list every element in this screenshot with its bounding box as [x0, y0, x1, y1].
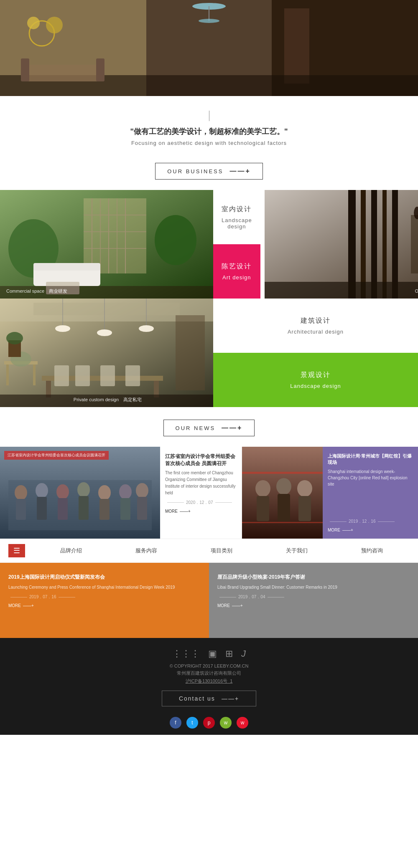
- navbar: ☰ 品牌介绍 服务内容 项目类别 关于我们 预约咨询: [0, 539, 418, 563]
- news-card-2-text: 上海国际设计周·常州城市【网红馆】引爆现场 Shanghai internati…: [323, 447, 418, 539]
- svg-rect-79: [99, 499, 110, 520]
- nav-item-service[interactable]: 服务内容: [132, 546, 161, 555]
- svg-rect-14: [96, 58, 104, 81]
- commercial-space-image[interactable]: Commercial space 商业研发: [0, 190, 213, 299]
- business-right-col-2: 建筑设计 Architectural design 景观设计 Landscape…: [213, 299, 418, 407]
- private-custom-image[interactable]: Private custom design 高定私宅: [0, 299, 213, 407]
- svg-point-51: [139, 325, 154, 332]
- footer-brand-icons: ⋮⋮⋮ ▣ ⊞ J: [8, 648, 410, 659]
- svg-rect-71: [16, 499, 26, 520]
- svg-rect-93: [242, 522, 323, 523]
- svg-rect-75: [58, 498, 68, 520]
- weibo-icon[interactable]: w: [237, 717, 248, 729]
- news-4-more-button[interactable]: MORE ——+: [217, 603, 410, 608]
- commercial-space-label: Commercial space 商业研发: [4, 287, 67, 294]
- architectural-design-box: 建筑设计 Architectural design: [213, 299, 418, 353]
- news-2-cn-title: 上海国际设计周·常州城市【网红馆】引爆现场: [328, 453, 413, 466]
- nav-items-container: 品牌介绍 服务内容 项目类别 关于我们 预约咨询: [33, 546, 410, 555]
- quote-chinese: "做有工艺的美学设计，制超标准的美学工艺。": [8, 127, 410, 137]
- footer-icon-3: ⊞: [225, 648, 233, 659]
- news-3-cn-title: 2019上海国际设计周启动仪式暨新闻发布会: [8, 573, 201, 581]
- business-row-2: Private custom design 高定私宅 建筑设计 Architec…: [0, 299, 418, 407]
- svg-rect-54: [33, 364, 36, 385]
- footer-icp[interactable]: 沪ICP备13010016号_1: [8, 678, 410, 684]
- business-arrow-icon: ——+: [229, 167, 250, 175]
- business-row-1: Commercial space 商业研发 室内设计 Landscape des…: [0, 190, 418, 299]
- landscape-cn-title: 室内设计: [222, 205, 252, 214]
- svg-point-47: [55, 325, 70, 332]
- office-business-label: Office business 文化办公: [413, 287, 418, 294]
- news-2-en-text: Shanghai international design week-Chang…: [328, 468, 413, 487]
- news-more-4-arrow-icon: ——+: [232, 603, 243, 608]
- quote-section: "做有工艺的美学设计，制超标准的美学工艺。" Focusing on aesth…: [0, 96, 418, 154]
- svg-rect-59: [54, 365, 69, 386]
- arch-cn-title: 建筑设计: [301, 316, 331, 325]
- landscape2-en-title: Landscape design: [290, 383, 341, 389]
- quote-english: Focusing on aesthetic design with techno…: [8, 140, 410, 146]
- our-business-label: OUR BUSINESS: [167, 168, 223, 175]
- news-card-2-image: [242, 447, 323, 539]
- news-card-3: 2019上海国际设计周启动仪式暨新闻发布会 Launching Ceremony…: [0, 563, 209, 638]
- news-card-4: 厘百品牌升级小型晚宴·2019年客户答谢 Libai Brand Upgradi…: [209, 563, 418, 638]
- nav-item-brand[interactable]: 品牌介绍: [57, 546, 85, 555]
- footer-company: 常州厘百建筑设计咨询有限公司: [8, 670, 410, 676]
- news-section-header: OUR NEWS ——+: [0, 411, 418, 447]
- contact-us-button[interactable]: Contact us ——+: [162, 691, 256, 706]
- svg-point-49: [97, 329, 112, 336]
- svg-point-4: [27, 17, 40, 29]
- footer-icon-2: ▣: [208, 648, 217, 659]
- svg-point-65: [6, 332, 23, 344]
- news-3-more-button[interactable]: MORE ——+: [8, 603, 201, 608]
- svg-point-74: [56, 484, 69, 499]
- svg-rect-87: [257, 496, 269, 521]
- nav-logo[interactable]: ☰: [8, 544, 25, 557]
- nav-item-contact[interactable]: 预约咨询: [358, 546, 386, 555]
- facebook-icon[interactable]: f: [170, 717, 181, 729]
- svg-rect-92: [242, 472, 323, 474]
- news-more-2-arrow-icon: ——+: [342, 528, 353, 532]
- svg-point-8: [199, 19, 219, 23]
- wechat-icon[interactable]: w: [220, 717, 232, 729]
- news-section: OUR NEWS ——+: [0, 407, 418, 447]
- news-badge-1: 江苏省室内设计学会常州组委会首次核心成员会议圆满召开: [4, 451, 109, 460]
- footer-copyright: © COPYRIGHT 2017 LEEBY.COM.CN: [8, 663, 410, 668]
- news-arrow-icon: ——+: [222, 424, 242, 432]
- business-grid: Commercial space 商业研发 室内设计 Landscape des…: [0, 190, 418, 407]
- news-card-1-text: 江苏省室内设计学会常州组委会首次核心成员会 员圆满召开 The first co…: [160, 447, 242, 539]
- svg-point-72: [36, 483, 48, 498]
- nav-item-about[interactable]: 关于我们: [283, 546, 311, 555]
- landscape-en-title: Landscape design: [222, 217, 252, 230]
- svg-rect-29: [33, 263, 100, 271]
- arch-en-title: Architectural design: [288, 329, 344, 335]
- news-2-more-button[interactable]: MORE ——+: [328, 528, 413, 532]
- news-4-cn-title: 厘百品牌升级小型晚宴·2019年客户答谢: [217, 573, 410, 581]
- nav-item-project[interactable]: 项目类别: [207, 546, 236, 555]
- our-business-button[interactable]: OUR BUSINESS ——+: [155, 163, 263, 180]
- contact-us-label: Contact us: [179, 695, 215, 702]
- pinterest-icon[interactable]: p: [203, 717, 215, 729]
- news-3-date: 2019．07．16: [8, 594, 201, 600]
- landscape-design-box: 室内设计 Landscape design: [213, 190, 260, 244]
- svg-rect-40: [411, 215, 418, 273]
- hero-background: [0, 0, 418, 96]
- svg-rect-45: [33, 303, 180, 315]
- logo-icon: ☰: [13, 546, 20, 555]
- footer: ⋮⋮⋮ ▣ ⊞ J © COPYRIGHT 2017 LEEBY.COM.CN …: [0, 638, 418, 735]
- news-1-more-button[interactable]: MORE ——+: [165, 509, 237, 514]
- news-4-en-text: Libai Brand Upgrading Small Dinner: Cust…: [217, 584, 410, 591]
- svg-rect-73: [37, 497, 47, 520]
- social-icons-row: f t p w w: [8, 717, 410, 729]
- news-grid-row1: 江苏省室内设计学会常州组委会首次核心成员会议圆满召开 江苏省室内设计学会常州组委…: [0, 447, 418, 539]
- svg-point-27: [155, 215, 196, 265]
- news-image-1: 江苏省室内设计学会常州组委会首次核心成员会议圆满召开: [0, 447, 160, 539]
- news-1-date: 2020．12．07: [165, 500, 237, 506]
- office-business-image[interactable]: Office business 文化办公: [260, 190, 418, 299]
- our-news-label: OUR NEWS: [176, 425, 216, 431]
- svg-point-3: [46, 17, 63, 33]
- svg-point-70: [15, 485, 27, 500]
- art-design-box: 陈艺设计 Art design: [213, 244, 260, 299]
- landscape2-cn-title: 景观设计: [301, 371, 331, 380]
- twitter-icon[interactable]: t: [186, 717, 198, 729]
- our-news-button[interactable]: OUR NEWS ——+: [163, 420, 255, 436]
- svg-rect-13: [21, 58, 29, 81]
